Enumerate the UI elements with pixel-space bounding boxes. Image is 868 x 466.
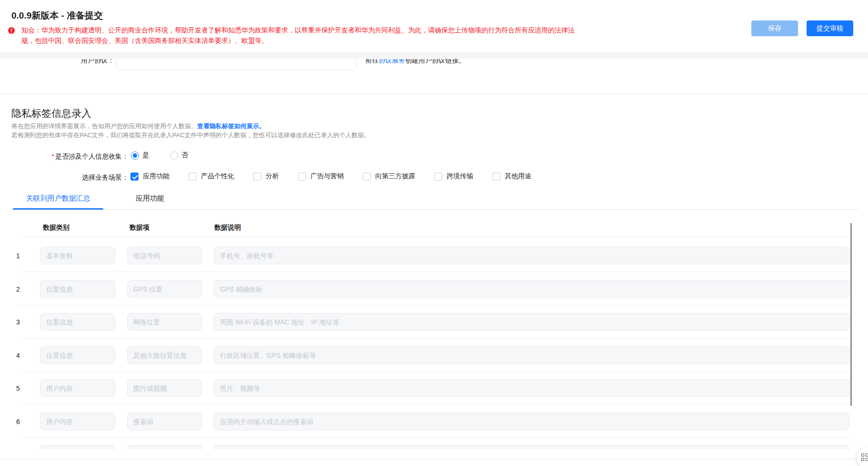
checkbox-label: 其他用途 — [505, 172, 531, 181]
checkbox-icon — [298, 172, 306, 181]
category-input[interactable] — [40, 445, 115, 449]
category-input[interactable] — [40, 413, 115, 430]
active-tab-underline — [13, 208, 103, 210]
tab-app-function[interactable]: 应用功能 — [130, 194, 170, 206]
radio-label-yes: 是 — [142, 151, 149, 160]
tab-user-data-summary[interactable]: 关联到用户数据汇总 — [13, 194, 103, 206]
scene-question-label: 选择业务场景： — [11, 173, 129, 182]
item-input[interactable] — [127, 280, 202, 298]
item-input[interactable] — [127, 413, 202, 430]
desc-input[interactable] — [214, 445, 849, 449]
checkbox-option-app-function[interactable]: 应用功能 — [130, 172, 170, 181]
checkbox-icon — [434, 172, 442, 181]
category-input[interactable] — [40, 313, 115, 331]
desc-input[interactable] — [214, 379, 849, 397]
row-index: 3 — [13, 318, 23, 326]
privacy-desc-text: 将在您应用的详情界面展示，告知用户您的应用如何使用个人数据。 — [11, 122, 197, 130]
radio-option-yes[interactable]: 是 — [131, 151, 149, 160]
desc-input[interactable] — [214, 280, 849, 298]
required-asterisk: * — [52, 152, 54, 160]
checkbox-label: 跨境传输 — [447, 172, 473, 181]
row-separator — [19, 272, 851, 272]
item-input[interactable] — [127, 445, 202, 449]
checkbox-option-personalization[interactable]: 产品个性化 — [189, 172, 234, 181]
table-row — [0, 445, 868, 449]
checkbox-icon — [253, 172, 261, 181]
column-header-desc: 数据说明 — [214, 223, 241, 232]
agreement-label: 用户协议： — [11, 59, 114, 65]
radio-label-no: 否 — [181, 151, 188, 160]
desc-input[interactable] — [214, 413, 849, 430]
collect-question-label: *是否涉及个人信息收集： — [11, 152, 129, 161]
item-input[interactable] — [127, 247, 202, 264]
agreement-hint: 前往协议服务创建用户协议链接。 — [365, 59, 465, 65]
table-row: 2 — [0, 280, 868, 307]
row-index: 1 — [13, 252, 23, 260]
item-input[interactable] — [127, 346, 202, 364]
grid-icon — [861, 454, 868, 461]
data-table-body: 1 2 3 4 5 — [0, 237, 868, 449]
scene-checkbox-group: 应用功能 产品个性化 分析 广告与营销 向第三方披露 跨境传输 其他用途 — [130, 172, 531, 181]
checkbox-icon — [130, 172, 139, 181]
compliance-notice-line-2: 规，包括中国、联合国安理会、美国（含美国商务部相关实体清单要求）、欧盟等。 — [21, 36, 268, 45]
table-row: 4 — [0, 346, 868, 373]
category-input[interactable] — [40, 379, 115, 397]
agreement-row: 用户协议： 《留言名片》的用户协议 × 前往协议服务创建用户协议链接。 — [0, 59, 868, 92]
collect-radio-group: 是 否 — [131, 151, 188, 160]
checkbox-option-cross-border[interactable]: 跨境传输 — [434, 172, 473, 181]
privacy-desc-line-2: 若检测到您的包体中存在PAC文件，我们将提取并在此录入PAC文件中声明的个人数据… — [11, 131, 370, 140]
checkbox-option-third-party[interactable]: 向第三方披露 — [363, 172, 415, 181]
row-separator — [19, 338, 851, 338]
table-scrollbar[interactable] — [850, 223, 852, 406]
agreement-select[interactable]: 《留言名片》的用户协议 × — [116, 59, 357, 70]
category-input[interactable] — [40, 346, 115, 364]
category-input[interactable] — [40, 280, 115, 298]
row-separator — [19, 404, 851, 405]
agreement-hint-suffix: 创建用户协议链接。 — [405, 59, 465, 64]
tabs-border — [11, 209, 859, 210]
collect-question-text: 是否涉及个人信息收集： — [55, 152, 129, 160]
radio-icon-yes — [131, 152, 139, 160]
row-index: 6 — [13, 418, 23, 425]
checkbox-icon — [189, 172, 197, 181]
checkbox-label: 产品个性化 — [201, 172, 234, 181]
checkbox-option-other[interactable]: 其他用途 — [492, 172, 531, 181]
widget-button[interactable] — [857, 447, 868, 466]
agreement-hint-prefix: 前往 — [365, 59, 379, 64]
radio-icon-no — [170, 152, 178, 160]
submit-review-button[interactable]: 提交审核 — [807, 20, 853, 36]
desc-input[interactable] — [214, 346, 849, 364]
compliance-notice-line-1: 知会：华为致力于构建透明、公开的商业合作环境，帮助开发者了解和知悉华为政策和要求… — [21, 25, 575, 35]
row-separator — [19, 437, 851, 438]
column-header-item: 数据项 — [130, 223, 150, 232]
category-input[interactable] — [40, 247, 115, 264]
checkbox-label: 应用功能 — [143, 172, 170, 181]
page-title: 0.0.9新版本 - 准备提交 — [11, 10, 103, 22]
row-separator — [19, 371, 851, 372]
save-button[interactable]: 保存 — [751, 20, 798, 36]
checkbox-option-ads-marketing[interactable]: 广告与营销 — [298, 172, 344, 181]
desc-input[interactable] — [214, 247, 849, 264]
privacy-label-preview-link[interactable]: 查看隐私标签如何展示。 — [197, 122, 265, 130]
alert-icon: ! — [8, 27, 15, 34]
radio-option-no[interactable]: 否 — [170, 151, 188, 160]
item-input[interactable] — [127, 313, 202, 331]
agreement-service-link[interactable]: 协议服务 — [379, 59, 405, 64]
checkbox-icon — [363, 172, 371, 181]
section-divider — [0, 94, 868, 94]
header-content-gap — [0, 52, 868, 59]
desc-input[interactable] — [214, 313, 849, 331]
table-row: 1 — [0, 247, 868, 274]
column-header-category: 数据类别 — [43, 223, 70, 232]
page: 0.0.9新版本 - 准备提交 ! 知会：华为致力于构建透明、公开的商业合作环境… — [0, 0, 868, 466]
privacy-desc-line-1: 将在您应用的详情界面展示，告知用户您的应用如何使用个人数据。查看隐私标签如何展示… — [11, 122, 265, 131]
checkbox-label: 向第三方披露 — [375, 172, 415, 181]
table-row: 3 — [0, 313, 868, 340]
item-input[interactable] — [127, 379, 202, 397]
checkbox-label: 广告与营销 — [310, 172, 344, 181]
row-index: 2 — [13, 285, 23, 293]
row-index: 5 — [13, 385, 23, 392]
row-separator — [19, 305, 851, 305]
checkbox-option-analytics[interactable]: 分析 — [253, 172, 279, 181]
row-index: 4 — [13, 352, 23, 359]
